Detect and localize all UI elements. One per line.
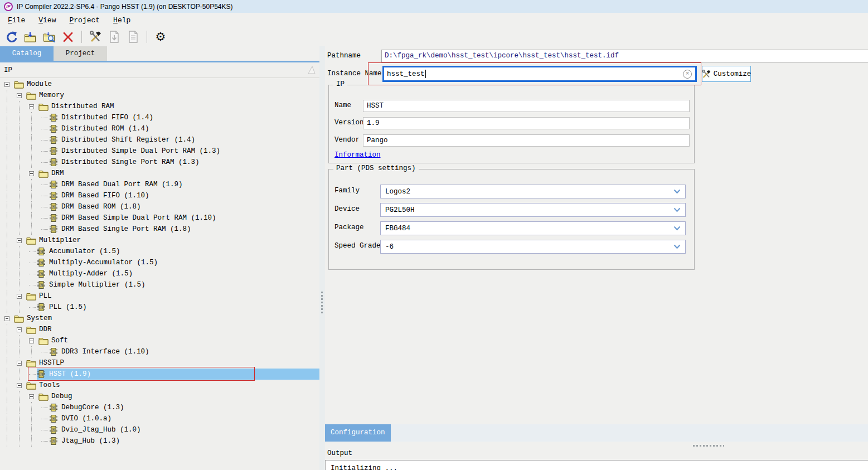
information-link[interactable]: Information bbox=[334, 151, 381, 159]
package-dropdown[interactable]: FBG484 bbox=[380, 221, 686, 235]
menu-project[interactable]: Project bbox=[67, 15, 102, 26]
tree-item-drm-based-fifo-1-10[interactable]: mDRM Based FIFO (1.10) bbox=[0, 190, 319, 201]
tree-item-multiply-accumulator-1-5[interactable]: mMultiply-Accumulator (1.5) bbox=[0, 257, 319, 268]
tree-item-hsst-1-9[interactable]: mHSST (1.9) bbox=[0, 369, 319, 380]
tree-guide-line bbox=[29, 402, 41, 413]
collapse-expander-icon[interactable] bbox=[17, 383, 22, 388]
collapse-expander-icon[interactable] bbox=[17, 93, 22, 98]
tree-item-jtag-hub-1-3[interactable]: mJtag_Hub (1.3) bbox=[0, 435, 319, 447]
refresh-icon[interactable] bbox=[4, 30, 18, 44]
ip-core-icon: m bbox=[49, 180, 58, 189]
ip-version-field[interactable]: 1.9 bbox=[363, 117, 690, 129]
menu-view[interactable]: View bbox=[36, 15, 58, 26]
tree-item-distributed-shift-register-1-4[interactable]: mDistributed Shift Register (1.4) bbox=[0, 134, 319, 146]
tree-item-hsstlp[interactable]: HSSTLP bbox=[0, 357, 319, 369]
horizontal-splitter[interactable] bbox=[325, 442, 868, 449]
tree-guide-line bbox=[4, 246, 17, 257]
tab-project[interactable]: Project bbox=[54, 46, 107, 61]
tree-item-module[interactable]: Module bbox=[0, 79, 319, 90]
search-folder-icon[interactable] bbox=[42, 30, 56, 44]
tree-item-label: HSST (1.9) bbox=[49, 370, 91, 378]
customize-button[interactable]: Customize bbox=[702, 66, 751, 82]
menu-help[interactable]: Help bbox=[111, 15, 133, 26]
tree-item-drm[interactable]: DRM bbox=[0, 168, 319, 179]
title-bar: IP IP Compiler 2022.2-SP6.4 - Pango HSST… bbox=[0, 0, 868, 13]
tree-item-distributed-simple-dual-port-ram-1-3[interactable]: mDistributed Simple Dual Port RAM (1.3) bbox=[0, 146, 319, 157]
tree-item-dvio-1-0-a[interactable]: mDVIO (1.0.a) bbox=[0, 413, 319, 424]
tree-item-tools[interactable]: Tools bbox=[0, 380, 319, 391]
tree-item-multiplier[interactable]: Multiplier bbox=[0, 235, 319, 246]
tab-catalog[interactable]: Catalog bbox=[0, 46, 54, 61]
delete-icon[interactable] bbox=[61, 30, 75, 44]
tree-item-label: Dvio_Jtag_Hub (1.0) bbox=[61, 426, 141, 434]
clear-icon[interactable]: × bbox=[683, 70, 692, 79]
collapse-expander-icon[interactable] bbox=[29, 394, 34, 399]
output-log: Initializing ... bbox=[325, 460, 868, 470]
folder-icon bbox=[26, 292, 36, 301]
ip-core-icon: m bbox=[37, 269, 46, 278]
tree-item-system[interactable]: System bbox=[0, 313, 319, 324]
settings-gear-icon[interactable]: ⚙ bbox=[153, 30, 168, 44]
collapse-expander-icon[interactable] bbox=[4, 316, 9, 321]
collapse-expander-icon[interactable] bbox=[29, 104, 34, 109]
ip-core-icon: m bbox=[37, 370, 46, 379]
tree-item-ddr[interactable]: DDR bbox=[0, 324, 319, 335]
tree-item-debugcore-1-3[interactable]: mDebugCore (1.3) bbox=[0, 402, 319, 413]
customize-tools-icon[interactable] bbox=[88, 30, 103, 44]
collapse-expander-icon[interactable] bbox=[17, 294, 22, 299]
tree-item-drm-based-rom-1-8[interactable]: mDRM Based ROM (1.8) bbox=[0, 201, 319, 212]
tree-item-multiply-adder-1-5[interactable]: mMultiply-Adder (1.5) bbox=[0, 268, 319, 279]
collapse-expander-icon[interactable] bbox=[29, 338, 34, 343]
tree-item-label: HSSTLP bbox=[39, 359, 64, 367]
pathname-field[interactable]: D:\fpga_rk\demo\hsst_test\ipcore\hsst_te… bbox=[381, 50, 868, 62]
tree-item-pll-1-5[interactable]: mPLL (1.5) bbox=[0, 302, 319, 313]
import-folder-icon[interactable] bbox=[23, 30, 37, 44]
tree-header[interactable]: IP bbox=[0, 62, 319, 78]
collapse-expander-icon[interactable] bbox=[29, 171, 34, 176]
device-dropdown[interactable]: PG2L50H bbox=[380, 203, 686, 217]
tab-configuration[interactable]: Configuration bbox=[325, 424, 391, 442]
tree-item-ddr3-interface-1-10[interactable]: mDDR3 Interface (1.10) bbox=[0, 346, 319, 357]
tree-item-simple-multiplier-1-5[interactable]: mSimple Multiplier (1.5) bbox=[0, 279, 319, 290]
tree-item-drm-based-simple-dual-port-ram-1-10[interactable]: mDRM Based Simple Dual Port RAM (1.10) bbox=[0, 212, 319, 224]
tree-item-debug[interactable]: Debug bbox=[0, 391, 319, 402]
tree-guide-line bbox=[4, 257, 17, 268]
family-value: Logos2 bbox=[385, 188, 410, 196]
hammer-wrench-icon bbox=[702, 70, 711, 79]
tree-item-label: DRM Based FIFO (1.10) bbox=[61, 192, 149, 200]
tree-connector bbox=[41, 201, 49, 212]
tree-item-distributed-fifo-1-4[interactable]: mDistributed FIFO (1.4) bbox=[0, 112, 319, 123]
tree-item-accumulator-1-5[interactable]: mAccumulator (1.5) bbox=[0, 246, 319, 257]
tree-guide-line bbox=[4, 413, 17, 424]
instance-name-input[interactable]: hsst_test × bbox=[382, 66, 697, 82]
tree-item-drm-based-dual-port-ram-1-9[interactable]: mDRM Based Dual Port RAM (1.9) bbox=[0, 179, 319, 190]
ip-core-icon: m bbox=[37, 280, 46, 289]
export-document-icon bbox=[107, 30, 122, 44]
family-dropdown[interactable]: Logos2 bbox=[380, 185, 686, 198]
tree-item-distributed-single-port-ram-1-3[interactable]: mDistributed Single Port RAM (1.3) bbox=[0, 157, 319, 168]
collapse-expander-icon[interactable] bbox=[17, 327, 22, 332]
ip-core-icon: m bbox=[49, 414, 58, 423]
collapse-expander-icon[interactable] bbox=[17, 238, 22, 243]
sort-triangle-icon[interactable] bbox=[307, 66, 316, 74]
ip-name-field[interactable]: HSST bbox=[363, 100, 690, 112]
tree-item-distributed-rom-1-4[interactable]: mDistributed ROM (1.4) bbox=[0, 123, 319, 134]
vertical-splitter[interactable] bbox=[319, 46, 325, 470]
tree-item-pll[interactable]: PLL bbox=[0, 290, 319, 302]
speed-grade-dropdown[interactable]: -6 bbox=[380, 240, 686, 254]
ip-core-icon: m bbox=[49, 214, 58, 222]
ip-vendor-field[interactable]: Pango bbox=[363, 134, 690, 147]
tree-item-label: Distributed Shift Register (1.4) bbox=[61, 136, 195, 144]
menu-file[interactable]: File bbox=[6, 15, 27, 26]
tree-item-soft[interactable]: Soft bbox=[0, 335, 319, 346]
tree-guide-line bbox=[17, 335, 29, 346]
collapse-expander-icon[interactable] bbox=[4, 82, 9, 87]
collapse-expander-icon[interactable] bbox=[17, 361, 22, 366]
tree-connector bbox=[29, 268, 37, 279]
ip-core-icon: m bbox=[49, 191, 58, 200]
tree-guide-line bbox=[17, 157, 29, 168]
tree-item-drm-based-single-port-ram-1-8[interactable]: mDRM Based Single Port RAM (1.8) bbox=[0, 224, 319, 235]
tree-item-memory[interactable]: Memory bbox=[0, 90, 319, 101]
tree-item-distributed-ram[interactable]: Distributed RAM bbox=[0, 101, 319, 112]
tree-item-dvio-jtag-hub-1-0[interactable]: mDvio_Jtag_Hub (1.0) bbox=[0, 424, 319, 435]
